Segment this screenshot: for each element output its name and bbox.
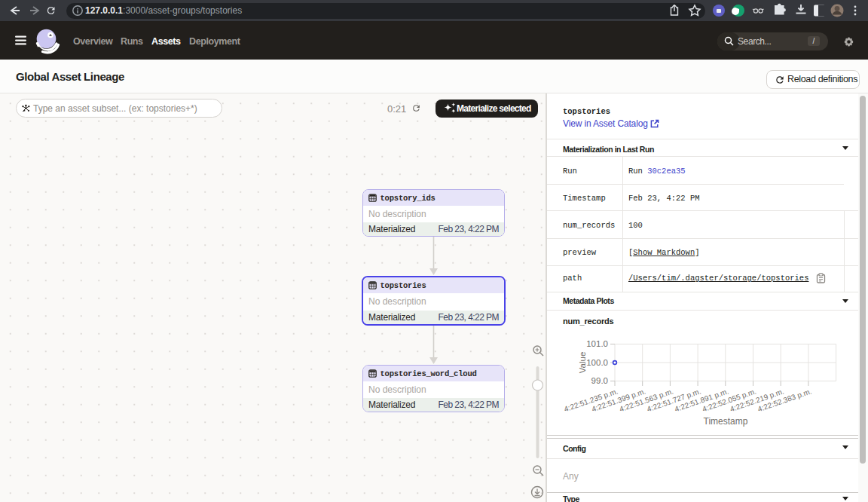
svg-text:Timestamp: Timestamp — [704, 416, 748, 427]
svg-text:99.0: 99.0 — [591, 376, 608, 385]
svg-text:100.0: 100.0 — [586, 358, 608, 367]
svg-text:Value: Value — [578, 352, 587, 374]
svg-text:101.0: 101.0 — [586, 339, 608, 348]
